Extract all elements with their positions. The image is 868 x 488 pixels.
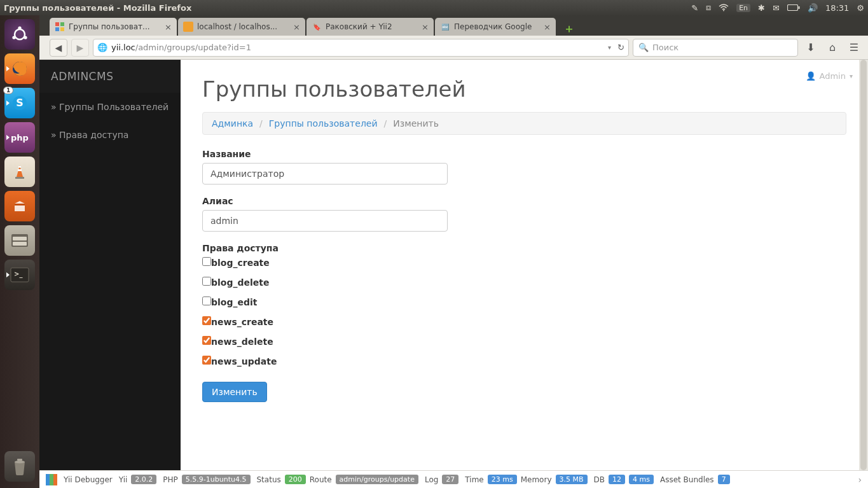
svg-text:S: S xyxy=(16,97,24,109)
breadcrumb-groups[interactable]: Группы пользователей xyxy=(269,118,378,129)
php-version-badge: 5.5.9-1ubuntu4.5 xyxy=(182,475,251,484)
permission-item[interactable]: news_create xyxy=(202,316,846,327)
php-label: PHP xyxy=(163,475,178,484)
clock[interactable]: 18:31 xyxy=(825,3,849,13)
assets-label: Asset Bundles xyxy=(660,475,714,484)
launcher-terminal[interactable]: >_ xyxy=(4,260,35,290)
yii-debug-toolbar[interactable]: Yii Debugger Yii2.0.2 PHP5.5.9-1ubuntu4.… xyxy=(39,470,868,488)
sidebar-item-access-rights[interactable]: » Права доступа xyxy=(39,121,181,149)
permission-label: blog_edit xyxy=(211,297,257,307)
menu-button[interactable]: ☰ xyxy=(845,39,863,57)
launcher-phpstorm[interactable]: php xyxy=(4,122,35,153)
permission-label: news_create xyxy=(211,317,273,327)
launcher-vlc[interactable] xyxy=(4,157,35,187)
feather-icon[interactable]: ✎ xyxy=(691,3,698,13)
search-placeholder: Поиск xyxy=(652,43,679,52)
breadcrumb-separator: / xyxy=(384,118,387,129)
breadcrumb-admin[interactable]: Админка xyxy=(212,118,253,129)
svg-rect-23 xyxy=(60,22,64,26)
svg-rect-11 xyxy=(18,169,22,171)
search-icon: 🔍 xyxy=(638,43,649,52)
system-tray: ✎ ⧈ En ✱ ✉ 🔊 18:31 ⚙ xyxy=(691,3,864,13)
permission-checkbox[interactable] xyxy=(202,336,211,345)
user-menu[interactable]: 👤 Admin ▾ xyxy=(806,71,853,81)
url-bar[interactable]: 🌐 yii.loc/admin/groups/update?id=1 ▾ ↻ xyxy=(93,39,629,57)
dropbox-icon[interactable]: ⧈ xyxy=(706,3,711,13)
window-title: Группы пользователей - Mozilla Firefox xyxy=(4,3,691,13)
collapse-toolbar-icon[interactable]: › xyxy=(858,475,862,485)
forward-button[interactable]: ▶ xyxy=(71,39,89,57)
svg-rect-16 xyxy=(13,237,27,241)
keyboard-layout-indicator[interactable]: En xyxy=(736,4,750,12)
tab-google-translate[interactable]: 🔤 Переводчик Google × xyxy=(435,18,556,36)
history-dropdown-icon[interactable]: ▾ xyxy=(608,44,611,51)
route-label: Route xyxy=(310,475,332,484)
launcher-firefox[interactable] xyxy=(4,53,35,84)
permission-checkbox[interactable] xyxy=(202,356,211,365)
permission-item[interactable]: news_update xyxy=(202,356,846,366)
svg-rect-14 xyxy=(15,204,25,206)
yii-version-badge: 2.0.2 xyxy=(131,475,156,484)
favicon-icon xyxy=(183,22,193,32)
permission-item[interactable]: blog_delete xyxy=(202,277,846,288)
url-text: yii.loc/admin/groups/update?id=1 xyxy=(111,43,605,52)
sidebar-item-user-groups[interactable]: » Группы Пользователей xyxy=(39,93,181,121)
close-icon[interactable]: × xyxy=(293,22,300,32)
downloads-button[interactable]: ⬇ xyxy=(802,39,820,57)
close-icon[interactable]: × xyxy=(544,22,551,32)
svg-point-4 xyxy=(18,26,21,29)
launcher-skype[interactable]: 1S xyxy=(4,88,35,118)
back-button[interactable]: ◀ xyxy=(50,39,67,57)
page-title: Группы пользователей xyxy=(202,76,846,102)
permission-checkbox[interactable] xyxy=(202,257,211,266)
svg-rect-13 xyxy=(15,177,24,179)
name-label: Название xyxy=(202,149,846,159)
new-tab-button[interactable]: ＋ xyxy=(561,22,577,36)
permission-item[interactable]: news_delete xyxy=(202,336,846,347)
battery-icon[interactable] xyxy=(787,4,800,11)
memory-badge: 3.5 MB xyxy=(556,475,588,484)
site-identity-icon[interactable]: 🌐 xyxy=(97,43,107,53)
volume-icon[interactable]: 🔊 xyxy=(808,3,818,13)
name-input[interactable] xyxy=(202,163,448,185)
status-badge: 200 xyxy=(285,475,306,484)
tab-yii2[interactable]: 🔖 Раковский + Yii2 × xyxy=(307,18,434,36)
submit-button[interactable]: Изменить xyxy=(202,382,267,402)
launcher-trash[interactable] xyxy=(4,451,35,482)
permissions-label: Права доступа xyxy=(202,243,846,253)
permission-item[interactable]: blog_edit xyxy=(202,296,846,307)
admin-main: 👤 Admin ▾ Группы пользователей Админка /… xyxy=(181,60,868,470)
alias-input[interactable] xyxy=(202,210,448,232)
home-button[interactable]: ⌂ xyxy=(823,39,841,57)
vertical-scrollbar[interactable] xyxy=(859,60,868,470)
permission-checkbox[interactable] xyxy=(202,277,211,286)
permission-label: blog_delete xyxy=(211,277,269,288)
close-icon[interactable]: × xyxy=(422,22,429,32)
favicon-icon: 🔖 xyxy=(312,22,322,32)
bluetooth-icon[interactable]: ✱ xyxy=(758,3,765,13)
launcher-software-center[interactable] xyxy=(4,191,35,221)
route-badge: admin/groups/update xyxy=(336,475,418,484)
permission-item[interactable]: blog_create xyxy=(202,257,846,268)
mail-icon[interactable]: ✉ xyxy=(773,3,780,13)
close-icon[interactable]: × xyxy=(165,22,172,32)
admin-sidebar: ADMINCMS » Группы Пользователей » Права … xyxy=(39,60,181,470)
system-menu-bar: Группы пользователей - Mozilla Firefox ✎… xyxy=(0,0,868,15)
gear-icon[interactable]: ⚙ xyxy=(857,3,864,13)
svg-point-0 xyxy=(723,10,724,11)
tab-label: Переводчик Google xyxy=(454,22,540,31)
tab-label: Раковский + Yii2 xyxy=(326,22,418,31)
permissions-list: blog_createblog_deleteblog_editnews_crea… xyxy=(202,257,846,370)
launcher-dash[interactable] xyxy=(4,19,35,50)
reload-icon[interactable]: ↻ xyxy=(617,43,624,52)
search-bar[interactable]: 🔍 Поиск xyxy=(633,39,798,57)
brand-title[interactable]: ADMINCMS xyxy=(39,60,181,93)
launcher-file-manager[interactable] xyxy=(4,225,35,256)
tab-active[interactable]: Группы пользоват... × xyxy=(50,18,177,36)
permission-label: news_update xyxy=(211,356,277,366)
permission-checkbox[interactable] xyxy=(202,296,211,305)
tab-phpmyadmin[interactable]: localhost / localhos... × xyxy=(178,18,305,36)
tab-label: localhost / localhos... xyxy=(197,22,289,31)
permission-checkbox[interactable] xyxy=(202,316,211,325)
wifi-icon[interactable] xyxy=(719,4,729,11)
